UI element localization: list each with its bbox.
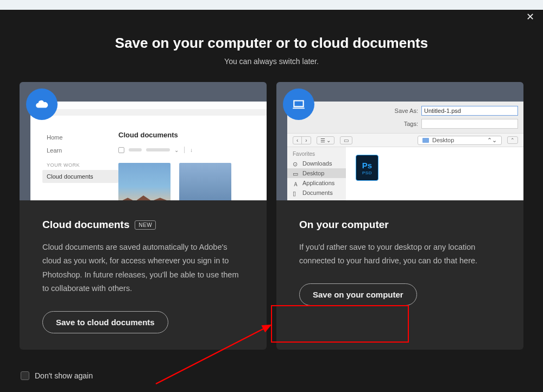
download-icon: ⊙ [293, 161, 299, 166]
preview-nav-selected: Cloud documents [42, 170, 118, 183]
new-badge: NEW [135, 220, 156, 230]
finder-toolbar: ‹› ☰ ⌄ ▭ Desktop⌃⌄ ⌃ [287, 133, 523, 147]
dialog-header: Save on your computer or to cloud docume… [0, 35, 543, 66]
preview-nav-learn: Learn [47, 144, 118, 157]
save-as-input [421, 106, 518, 116]
preview-thumb [118, 163, 171, 200]
preview-thumb [179, 163, 231, 200]
dialog-title: Save on your computer or to cloud docume… [0, 35, 543, 52]
sidebar-item-downloads: ⊙Downloads [287, 159, 346, 168]
tags-label: Tags: [390, 121, 418, 127]
save-as-label: Save As: [390, 108, 418, 114]
preview-nav-section: YOUR WORK [47, 157, 118, 170]
desktop-icon: ▭ [293, 170, 299, 176]
view-mode-icon: ☰ ⌄ [317, 136, 335, 144]
apps-icon: Ａ [293, 180, 299, 186]
folder-icon: ▭ [340, 136, 352, 144]
preview-main-title: Cloud documents [118, 131, 250, 139]
location-dropdown: Desktop⌃⌄ [418, 136, 502, 145]
sidebar-item-documents: ▯Documents [287, 188, 346, 198]
cloud-card-title: Cloud documents [42, 219, 129, 231]
preview-controls: ⌄↓ [118, 147, 250, 153]
dont-show-again-label: Don't show again [35, 371, 93, 380]
cloud-icon [26, 88, 58, 120]
cloud-card-description: Cloud documents are saved automatically … [42, 241, 244, 296]
dialog-footer: Don't show again [21, 371, 93, 380]
expand-icon: ⌃ [507, 136, 518, 144]
psd-file-icon: Ps PSD [356, 155, 378, 181]
sidebar-item-desktop: ▭Desktop [287, 168, 346, 178]
dont-show-again-checkbox[interactable] [21, 371, 29, 380]
finder-sidebar: Favorites ⊙Downloads ▭Desktop ＡApplicati… [287, 147, 346, 200]
doc-icon: ▯ [293, 190, 299, 195]
cloud-documents-card: Home Learn YOUR WORK Cloud documents Clo… [20, 82, 267, 350]
sidebar-item-applications: ＡApplications [287, 178, 346, 188]
nav-back-forward-icon: ‹› [293, 136, 311, 144]
sidebar-header: Favorites [287, 149, 346, 159]
save-to-cloud-button[interactable]: Save to cloud documents [42, 311, 168, 333]
computer-card-title: On your computer [299, 219, 389, 231]
preview-nav-home: Home [47, 131, 118, 144]
window-titlebar [0, 0, 543, 10]
computer-card-description: If you'd rather save to your desktop or … [299, 241, 501, 268]
computer-preview: Save As: Tags: ‹› ☰ ⌄ ▭ Desktop⌃⌄ ⌃ Favo… [276, 82, 523, 200]
close-button[interactable]: ✕ [526, 12, 534, 22]
laptop-icon [283, 88, 314, 120]
dialog-subtitle: You can always switch later. [0, 57, 543, 66]
tags-input [421, 119, 518, 129]
save-on-computer-button[interactable]: Save on your computer [299, 283, 417, 306]
cloud-preview: Home Learn YOUR WORK Cloud documents Clo… [20, 82, 267, 200]
on-your-computer-card: Save As: Tags: ‹› ☰ ⌄ ▭ Desktop⌃⌄ ⌃ Favo… [276, 82, 523, 350]
